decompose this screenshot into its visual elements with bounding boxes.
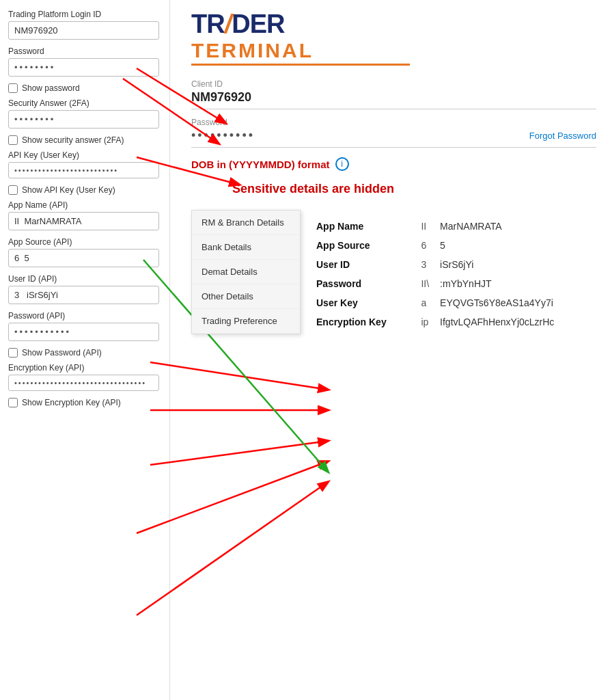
show-password-row: Show password [8, 83, 159, 93]
left-panel: Trading Platform Login ID Password Show … [0, 0, 167, 422]
details-table-wrapper: App Name II MarNAMRATA App Source 6 5 Us… [311, 210, 596, 332]
svg-line-5 [150, 441, 328, 465]
sensitive-message: Sensitive details are hidden [232, 182, 596, 196]
detail-num: II [415, 217, 434, 236]
right-password-row: Password •••••••••• Forgot Password [191, 118, 596, 148]
login-id-input[interactable] [8, 21, 159, 40]
dropdown-menu-container: RM & Branch Details Bank Details Demat D… [191, 210, 263, 233]
right-password-dots: •••••••••• [191, 129, 255, 143]
table-row: App Name II MarNAMRATA [311, 217, 596, 236]
dropdown-rm-branch[interactable]: RM & Branch Details [192, 211, 300, 235]
svg-line-6 [137, 461, 328, 533]
dropdown-other[interactable]: Other Details [192, 284, 300, 309]
detail-val: IfgtvLQAFhHenxYj0cLzrHc [434, 312, 596, 332]
logo-terminal: TERMINAL [191, 39, 314, 62]
security-answer-group: Security Answer (2FA) [8, 98, 159, 129]
encryption-key-label: Encryption Key (API) [8, 363, 159, 373]
logo-tr: TR [191, 10, 225, 39]
logo-slash: / [225, 10, 232, 39]
show-security-label: Show security answer (2FA) [22, 135, 124, 145]
right-password-label: Password [191, 118, 596, 127]
show-encryption-key-checkbox[interactable] [8, 398, 18, 407]
dropdown-trading-pref[interactable]: Trading Preference [192, 309, 300, 334]
detail-num: ip [415, 312, 434, 332]
password-label: Password [8, 46, 159, 56]
app-name-label: App Name (API) [8, 200, 159, 210]
detail-key: App Name [311, 217, 415, 236]
detail-val: 5 [434, 236, 596, 255]
user-id-api-label: User ID (API) [8, 274, 159, 284]
show-encryption-key-row: Show Encryption Key (API) [8, 398, 159, 407]
show-password-api-row: Show Password (API) [8, 348, 159, 358]
show-password-label: Show password [22, 83, 80, 93]
panel-separator [169, 0, 170, 700]
details-section: RM & Branch Details Bank Details Demat D… [191, 210, 596, 332]
detail-val: MarNAMRATA [434, 217, 596, 236]
encryption-key-group: Encryption Key (API) [8, 363, 159, 391]
show-api-key-checkbox[interactable] [8, 185, 18, 195]
show-security-checkbox[interactable] [8, 135, 18, 145]
logo-underline [191, 64, 410, 66]
detail-key: User ID [311, 255, 415, 274]
password-api-input[interactable] [8, 323, 159, 341]
detail-key: App Source [311, 236, 415, 255]
dropdown-menu: RM & Branch Details Bank Details Demat D… [191, 210, 301, 334]
details-table: App Name II MarNAMRATA App Source 6 5 Us… [311, 217, 596, 332]
api-key-group: API Key (User Key) [8, 150, 159, 178]
detail-key: Encryption Key [311, 312, 415, 332]
table-row: User Key a EYQVGTs6Y8eAS1a4Yy7i [311, 293, 596, 312]
password-api-group: Password (API) [8, 311, 159, 341]
api-key-input[interactable] [8, 162, 159, 178]
password-group: Password [8, 46, 159, 77]
detail-key: Password [311, 274, 415, 293]
client-id-value: NM976920 [191, 90, 596, 109]
dob-row: DOB in (YYYYMMDD) format i [191, 157, 596, 171]
show-password-api-checkbox[interactable] [8, 348, 18, 358]
show-encryption-key-label: Show Encryption Key (API) [22, 398, 121, 407]
show-security-row: Show security answer (2FA) [8, 135, 159, 145]
detail-val: :mYbYnHJT [434, 274, 596, 293]
user-id-api-input[interactable] [8, 286, 159, 304]
login-id-group: Trading Platform Login ID [8, 10, 159, 40]
right-panel: TR / DER TERMINAL Client ID NM976920 Pas… [178, 0, 610, 341]
detail-key: User Key [311, 293, 415, 312]
detail-val: EYQVGTs6Y8eAS1a4Yy7i [434, 293, 596, 312]
dropdown-bank[interactable]: Bank Details [192, 235, 300, 260]
app-source-input[interactable] [8, 249, 159, 267]
show-api-key-row: Show API Key (User Key) [8, 185, 159, 195]
password-input[interactable] [8, 58, 159, 77]
app-source-label: App Source (API) [8, 237, 159, 247]
detail-num: 3 [415, 255, 434, 274]
show-password-checkbox[interactable] [8, 83, 18, 93]
app-source-group: App Source (API) [8, 237, 159, 267]
client-id-row: Client ID NM976920 [191, 79, 596, 109]
login-id-label: Trading Platform Login ID [8, 10, 159, 19]
detail-num: II\ [415, 274, 434, 293]
client-id-label: Client ID [191, 79, 596, 89]
table-row: User ID 3 iSrS6jYi [311, 255, 596, 274]
api-key-label: API Key (User Key) [8, 150, 159, 160]
security-answer-input[interactable] [8, 110, 159, 129]
app-name-group: App Name (API) [8, 200, 159, 230]
logo-area: TR / DER TERMINAL [191, 10, 596, 66]
detail-num: 6 [415, 236, 434, 255]
logo: TR / DER TERMINAL [191, 10, 410, 66]
forgot-password-link[interactable]: Forgot Password [529, 131, 596, 141]
app-name-input[interactable] [8, 212, 159, 230]
show-password-api-label: Show Password (API) [22, 348, 102, 358]
svg-line-3 [150, 362, 328, 390]
table-row: Encryption Key ip IfgtvLQAFhHenxYj0cLzrH… [311, 312, 596, 332]
dropdown-demat[interactable]: Demat Details [192, 260, 300, 284]
dob-label: DOB in (YYYYMMDD) format [191, 159, 330, 170]
password-api-label: Password (API) [8, 311, 159, 321]
info-icon[interactable]: i [335, 157, 349, 171]
table-row: App Source 6 5 [311, 236, 596, 255]
logo-der: DER [232, 10, 284, 39]
table-row: Password II\ :mYbYnHJT [311, 274, 596, 293]
user-id-api-group: User ID (API) [8, 274, 159, 304]
encryption-key-input[interactable] [8, 375, 159, 391]
svg-line-7 [137, 482, 328, 615]
detail-val: iSrS6jYi [434, 255, 596, 274]
detail-num: a [415, 293, 434, 312]
security-answer-label: Security Answer (2FA) [8, 98, 159, 108]
